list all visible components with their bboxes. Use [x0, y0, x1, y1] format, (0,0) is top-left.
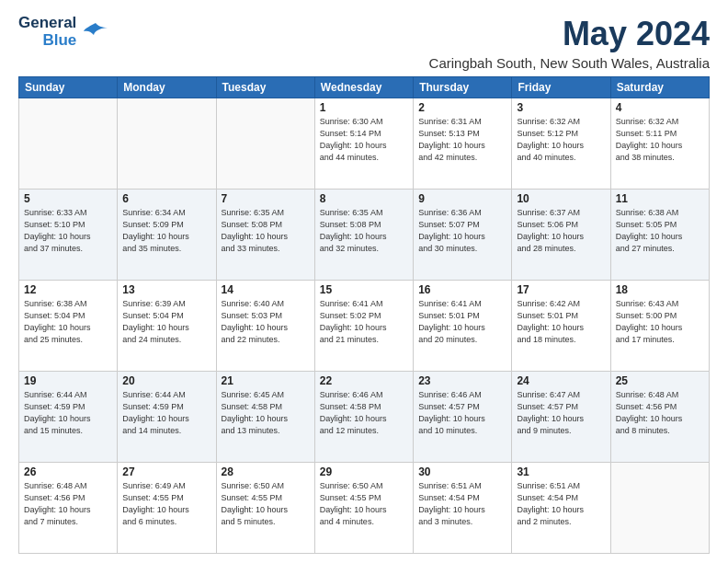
day-info: Sunrise: 6:38 AM Sunset: 5:05 PM Dayligh… [616, 207, 704, 255]
day-number: 3 [517, 101, 605, 114]
day-number: 6 [122, 192, 210, 205]
day-info: Sunrise: 6:31 AM Sunset: 5:13 PM Dayligh… [418, 116, 506, 164]
day-number: 8 [320, 192, 408, 205]
day-info: Sunrise: 6:46 AM Sunset: 4:57 PM Dayligh… [418, 389, 506, 437]
calendar-cell: 15Sunrise: 6:41 AM Sunset: 5:02 PM Dayli… [314, 281, 413, 372]
day-info: Sunrise: 6:41 AM Sunset: 5:01 PM Dayligh… [418, 298, 506, 346]
calendar-cell: 4Sunrise: 6:32 AM Sunset: 5:11 PM Daylig… [610, 98, 709, 190]
header-cell-tuesday: Tuesday [216, 77, 314, 98]
calendar-cell: 13Sunrise: 6:39 AM Sunset: 5:04 PM Dayli… [118, 281, 216, 372]
calendar-cell: 1Sunrise: 6:30 AM Sunset: 5:14 PM Daylig… [314, 98, 413, 190]
day-info: Sunrise: 6:41 AM Sunset: 5:02 PM Dayligh… [320, 298, 408, 346]
day-number: 29 [320, 465, 408, 478]
day-info: Sunrise: 6:47 AM Sunset: 4:57 PM Dayligh… [517, 389, 605, 437]
calendar-cell: 23Sunrise: 6:46 AM Sunset: 4:57 PM Dayli… [414, 372, 512, 463]
day-info: Sunrise: 6:30 AM Sunset: 5:14 PM Dayligh… [320, 116, 408, 164]
day-number: 9 [418, 192, 506, 205]
calendar-cell: 3Sunrise: 6:32 AM Sunset: 5:12 PM Daylig… [512, 98, 610, 190]
day-number: 30 [418, 465, 506, 478]
day-info: Sunrise: 6:37 AM Sunset: 5:06 PM Dayligh… [517, 207, 605, 255]
calendar-cell [216, 98, 314, 190]
header-cell-monday: Monday [118, 77, 216, 98]
day-number: 10 [517, 192, 605, 205]
calendar-cell: 16Sunrise: 6:41 AM Sunset: 5:01 PM Dayli… [414, 281, 512, 372]
day-number: 12 [24, 283, 112, 296]
day-info: Sunrise: 6:32 AM Sunset: 5:12 PM Dayligh… [517, 116, 605, 164]
day-info: Sunrise: 6:51 AM Sunset: 4:54 PM Dayligh… [517, 480, 605, 528]
day-number: 16 [418, 283, 506, 296]
day-number: 2 [418, 101, 506, 114]
calendar-cell: 22Sunrise: 6:46 AM Sunset: 4:58 PM Dayli… [314, 372, 413, 463]
logo-bird-icon [82, 18, 109, 46]
day-info: Sunrise: 6:33 AM Sunset: 5:10 PM Dayligh… [24, 207, 112, 255]
calendar-week-row: 12Sunrise: 6:38 AM Sunset: 5:04 PM Dayli… [19, 281, 710, 372]
header-cell-wednesday: Wednesday [314, 77, 413, 98]
day-number: 25 [616, 374, 704, 387]
calendar-cell [118, 98, 216, 190]
day-info: Sunrise: 6:49 AM Sunset: 4:55 PM Dayligh… [122, 480, 210, 528]
calendar-cell: 27Sunrise: 6:49 AM Sunset: 4:55 PM Dayli… [118, 463, 216, 554]
calendar-cell [610, 463, 709, 554]
day-number: 23 [418, 374, 506, 387]
day-number: 17 [517, 283, 605, 296]
calendar-cell: 30Sunrise: 6:51 AM Sunset: 4:54 PM Dayli… [414, 463, 512, 554]
logo-general: General [18, 15, 76, 32]
day-info: Sunrise: 6:40 AM Sunset: 5:03 PM Dayligh… [222, 298, 310, 346]
calendar-table: SundayMondayTuesdayWednesdayThursdayFrid… [18, 76, 710, 554]
day-info: Sunrise: 6:50 AM Sunset: 4:55 PM Dayligh… [222, 480, 310, 528]
calendar-cell: 9Sunrise: 6:36 AM Sunset: 5:07 PM Daylig… [414, 190, 512, 281]
header-cell-friday: Friday [512, 77, 610, 98]
month-title: May 2024 [429, 15, 710, 53]
header-cell-saturday: Saturday [610, 77, 709, 98]
calendar-week-row: 5Sunrise: 6:33 AM Sunset: 5:10 PM Daylig… [19, 190, 710, 281]
day-info: Sunrise: 6:38 AM Sunset: 5:04 PM Dayligh… [24, 298, 112, 346]
calendar-cell: 17Sunrise: 6:42 AM Sunset: 5:01 PM Dayli… [512, 281, 610, 372]
header: General Blue May 2024 Caringbah South, N… [18, 15, 710, 71]
calendar-cell: 8Sunrise: 6:35 AM Sunset: 5:08 PM Daylig… [314, 190, 413, 281]
calendar-cell: 24Sunrise: 6:47 AM Sunset: 4:57 PM Dayli… [512, 372, 610, 463]
calendar-week-row: 1Sunrise: 6:30 AM Sunset: 5:14 PM Daylig… [19, 98, 710, 190]
calendar-cell: 5Sunrise: 6:33 AM Sunset: 5:10 PM Daylig… [19, 190, 118, 281]
day-number: 15 [320, 283, 408, 296]
calendar-cell: 7Sunrise: 6:35 AM Sunset: 5:08 PM Daylig… [216, 190, 314, 281]
calendar-week-row: 26Sunrise: 6:48 AM Sunset: 4:56 PM Dayli… [19, 463, 710, 554]
day-number: 26 [24, 465, 112, 478]
title-block: May 2024 Caringbah South, New South Wale… [429, 15, 710, 71]
day-number: 21 [222, 374, 310, 387]
calendar-header-row: SundayMondayTuesdayWednesdayThursdayFrid… [19, 77, 710, 98]
calendar-cell: 11Sunrise: 6:38 AM Sunset: 5:05 PM Dayli… [610, 190, 709, 281]
day-number: 19 [24, 374, 112, 387]
calendar-cell: 31Sunrise: 6:51 AM Sunset: 4:54 PM Dayli… [512, 463, 610, 554]
day-number: 28 [222, 465, 310, 478]
day-number: 4 [616, 101, 704, 114]
calendar-body: 1Sunrise: 6:30 AM Sunset: 5:14 PM Daylig… [19, 98, 710, 554]
day-number: 24 [517, 374, 605, 387]
calendar-week-row: 19Sunrise: 6:44 AM Sunset: 4:59 PM Dayli… [19, 372, 710, 463]
day-info: Sunrise: 6:44 AM Sunset: 4:59 PM Dayligh… [122, 389, 210, 437]
day-info: Sunrise: 6:35 AM Sunset: 5:08 PM Dayligh… [222, 207, 310, 255]
day-info: Sunrise: 6:35 AM Sunset: 5:08 PM Dayligh… [320, 207, 408, 255]
day-info: Sunrise: 6:48 AM Sunset: 4:56 PM Dayligh… [24, 480, 112, 528]
day-number: 1 [320, 101, 408, 114]
day-number: 7 [222, 192, 310, 205]
day-number: 22 [320, 374, 408, 387]
day-number: 11 [616, 192, 704, 205]
calendar-cell: 18Sunrise: 6:43 AM Sunset: 5:00 PM Dayli… [610, 281, 709, 372]
day-info: Sunrise: 6:50 AM Sunset: 4:55 PM Dayligh… [320, 480, 408, 528]
day-info: Sunrise: 6:51 AM Sunset: 4:54 PM Dayligh… [418, 480, 506, 528]
logo-blue: Blue [42, 32, 76, 50]
subtitle: Caringbah South, New South Wales, Austra… [429, 55, 710, 71]
day-number: 27 [122, 465, 210, 478]
day-number: 20 [122, 374, 210, 387]
calendar-cell: 29Sunrise: 6:50 AM Sunset: 4:55 PM Dayli… [314, 463, 413, 554]
day-number: 5 [24, 192, 112, 205]
calendar-cell: 20Sunrise: 6:44 AM Sunset: 4:59 PM Dayli… [118, 372, 216, 463]
day-number: 14 [222, 283, 310, 296]
calendar-cell: 6Sunrise: 6:34 AM Sunset: 5:09 PM Daylig… [118, 190, 216, 281]
calendar-cell: 14Sunrise: 6:40 AM Sunset: 5:03 PM Dayli… [216, 281, 314, 372]
day-info: Sunrise: 6:39 AM Sunset: 5:04 PM Dayligh… [122, 298, 210, 346]
calendar-cell: 10Sunrise: 6:37 AM Sunset: 5:06 PM Dayli… [512, 190, 610, 281]
day-info: Sunrise: 6:42 AM Sunset: 5:01 PM Dayligh… [517, 298, 605, 346]
day-number: 13 [122, 283, 210, 296]
calendar-cell: 12Sunrise: 6:38 AM Sunset: 5:04 PM Dayli… [19, 281, 118, 372]
